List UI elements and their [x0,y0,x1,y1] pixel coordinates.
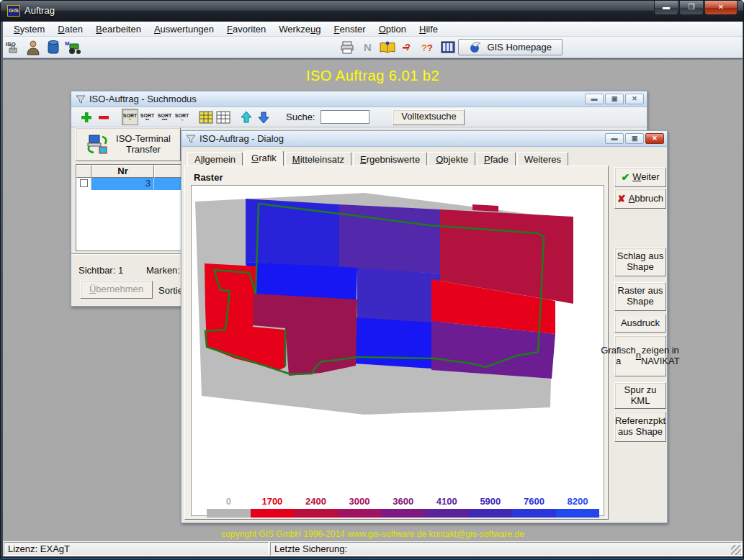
visible-count-label: Sichtbar: 1 [79,265,123,276]
tab-weiteres[interactable]: Weiteres [517,152,568,166]
color-scale-bar [207,509,600,518]
person-icon[interactable] [24,39,42,56]
tab-allgemein[interactable]: Allgemein [187,152,243,166]
apply-button[interactable]: Übernehmen [80,281,153,299]
check-icon: ✔ [621,171,629,183]
dialog-window: ISO-Auftrag - Dialog ▬ ▣ ✕ Allgemein Gra… [181,130,668,523]
search-label: Suche: [286,112,315,122]
tab-mitteleinsatz[interactable]: Mitteleinsatz [285,152,351,166]
tab-objekte[interactable]: Objekte [429,152,475,166]
printer-icon[interactable] [338,39,357,56]
main-window: GIS Auftrag ▬ ❐ ✕ System Daten Bearbeite… [0,0,744,560]
dialog-title: ISO-Auftrag - Dialog [200,133,284,144]
gis-homepage-button[interactable]: GIS Homepage [458,39,563,55]
barrel-icon[interactable] [44,39,63,56]
suchmodus-titlebar[interactable]: ISO-Auftrag - Suchmodus ▬ ▣ ✕ [71,91,647,107]
menu-favoriten[interactable]: Favoriten [220,22,272,36]
remove-icon[interactable] [96,109,112,125]
ausdruck-button[interactable]: Ausdruck [614,314,666,333]
license-status: Lizenz: EXAgT [4,542,269,556]
menubar: System Daten Bearbeiten Auswertungen Fav… [3,22,743,37]
suchmodus-restore-button[interactable]: ▣ [605,94,624,104]
tab-pfade[interactable]: Pfade [477,152,516,166]
menu-system[interactable]: System [7,22,51,36]
n-icon[interactable]: N [358,39,377,56]
window-bottom-border [1,556,744,560]
tractor-icon[interactable]: M [64,39,83,56]
funnel-icon [186,134,196,144]
iso-terminal-transfer-label: ISO-Terminal Transfer [115,134,171,155]
menu-werkzeug[interactable]: Werkzeug [272,22,327,36]
grid-yellow-icon[interactable] [198,109,214,125]
help-book-icon[interactable] [378,39,397,56]
dialog-tabs: Allgemein Grafik Mitteleinsatz Ergebnisw… [187,150,570,166]
suchmodus-title: ISO-Auftrag - Suchmodus [89,94,197,104]
statusbar: Lizenz: EXAgT Letzte Sicherung: [3,541,743,556]
main-titlebar: GIS Auftrag ▬ ❐ ✕ [1,1,743,22]
svg-text:?: ? [427,42,433,53]
referenzpkt-aus-shape-button[interactable]: Referenzpkt aus Shape [614,412,666,442]
weiter-button[interactable]: ✔ Weiter [614,167,666,187]
cell-nr: 3 [91,178,154,190]
menu-daten[interactable]: Daten [51,22,89,36]
sort-arrow-icon[interactable]: SORT→ [174,109,190,125]
spur-zu-kml-button[interactable]: Spur zu KML [614,382,666,409]
dialog-button-column: ✔ Weiter ✘ Abbruch Schlag aus Shape Rast… [614,147,666,523]
menu-hilfe[interactable]: Hilfe [413,22,444,36]
sort-3-icon[interactable]: SORT▪▪▪ [156,109,173,125]
iso-machine-icon[interactable]: ISO [4,39,22,56]
arrow-up-icon[interactable] [238,109,254,125]
mdi-area: ISO Auftrag 6.01 b2 copyright GIS GmbH 1… [3,59,743,541]
menu-bearbeiten[interactable]: Bearbeiten [89,22,148,36]
mdi-heading: ISO Auftrag 6.01 b2 [3,68,743,84]
add-icon[interactable] [79,109,94,125]
suchmodus-minimize-button[interactable]: ▬ [585,94,604,104]
resize-grip[interactable] [731,545,741,555]
fulltext-search-button[interactable]: Volltextsuche [393,109,465,125]
raster-map [192,186,604,494]
arrow-down-icon[interactable] [256,109,272,125]
minimize-button[interactable]: ▬ [654,1,678,15]
grafisch-anzeigen-navikat-button[interactable]: Grafisch anzeigen in NAVIKAT [614,335,666,376]
gis-homepage-label: GIS Homepage [487,42,552,53]
menu-fenster[interactable]: Fenster [328,22,372,36]
cross-icon: ✘ [617,193,626,204]
close-button[interactable]: ✕ [704,1,738,15]
suchmodus-toolbar: SORT▪ SORT▪▪ SORT▪▪▪ SORT→ Suche: Vollte… [71,107,647,127]
menu-auswertungen[interactable]: Auswertungen [148,22,220,36]
search-input[interactable] [321,110,369,124]
raster-aus-shape-button[interactable]: Raster aus Shape [614,282,666,311]
grafik-tabpage: Raster [184,166,609,520]
row-checkbox[interactable] [80,179,88,187]
funnel-icon [76,94,86,104]
sort-1-icon[interactable]: SORT▪ [122,109,138,125]
column-nr[interactable]: Nr [91,165,154,178]
grid-white-icon[interactable] [215,109,231,125]
tab-ergebniswerte[interactable]: Ergebniswerte [353,152,427,166]
main-toolbar: ISO M N ? ?? GIS Homepage [3,37,743,58]
raster-label: Raster [194,172,223,183]
menu-option[interactable]: Option [372,22,413,36]
raster-map-panel[interactable]: 0 1700 2400 3000 3600 4100 5900 7600 820… [191,185,604,516]
dialog-titlebar[interactable]: ISO-Auftrag - Dialog ▬ ▣ ✕ [181,131,667,147]
dialog-close-button[interactable]: ✕ [645,133,664,144]
film-grid-icon[interactable] [439,39,457,56]
backup-status: Letzte Sicherung: [270,542,742,556]
svg-text:?: ? [421,42,427,53]
abbruch-button[interactable]: ✘ Abbruch [614,189,666,209]
tab-grafik[interactable]: Grafik [244,150,284,166]
schlag-aus-shape-button[interactable]: Schlag aus Shape [614,248,666,276]
globe-icon [469,42,482,53]
sort-2-icon[interactable]: SORT▪▪ [139,109,156,125]
suchmodus-close-button[interactable]: ✕ [625,94,644,104]
app-icon: GIS [7,5,20,17]
iso-terminal-transfer-button[interactable]: ISO-Terminal Transfer [76,127,181,161]
dialog-restore-button[interactable]: ▣ [625,133,644,144]
svg-text:M: M [65,40,70,47]
copyright-text: copyright GIS GmbH 1996-2014 www.gis-sof… [3,529,743,539]
dialog-minimize-button[interactable]: ▬ [605,133,624,144]
restore-button[interactable]: ❐ [679,1,704,15]
question-double-icon[interactable]: ?? [418,39,437,56]
window-title: Auftrag [24,5,55,16]
question-red-icon[interactable]: ? [398,39,417,56]
